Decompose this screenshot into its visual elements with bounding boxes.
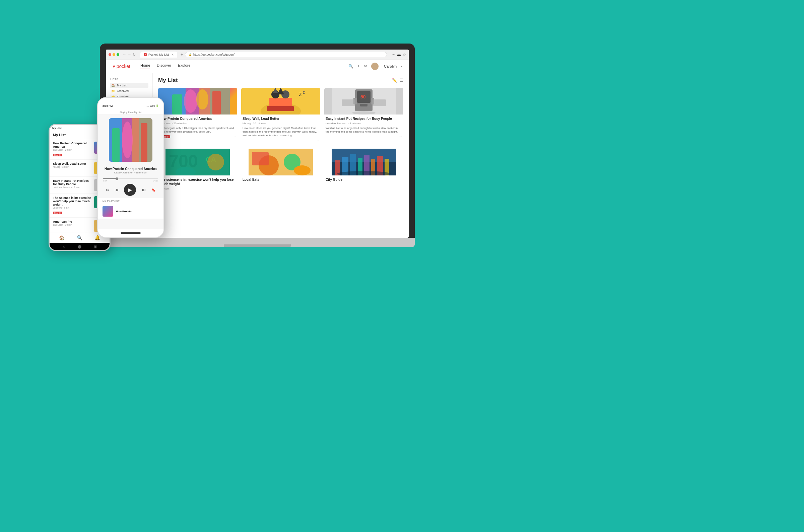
playlist-title: How Protein [116, 210, 132, 213]
android-item-tag-4: Best Of [53, 212, 62, 214]
article-footer-2: ⋯ [243, 139, 319, 142]
browser-new-tab-button[interactable]: + [181, 52, 183, 57]
android-item-meta-1: eater.com · 20 min [53, 149, 91, 151]
svg-point-54 [122, 121, 133, 158]
sidebar-item-mylist[interactable]: 🏠 My List [110, 83, 148, 88]
nav-explore-link[interactable]: Explore [178, 63, 190, 69]
sidebar-mylist-label: My List [117, 84, 127, 87]
article-more-2[interactable]: ⋯ [316, 139, 319, 142]
browser-tab-close[interactable]: ✕ [171, 53, 174, 56]
iphone: 2:30 PM ▪▪▪ WiFi 🔋 Playing From My List … [97, 97, 164, 238]
article-card-1[interactable]: How Protein Conquered America eater.com … [158, 88, 237, 145]
browser-back-button[interactable]: ← [123, 53, 126, 57]
forward-button[interactable]: ⏭ [142, 188, 146, 192]
svg-point-5 [184, 89, 197, 113]
play-button[interactable]: ▶ [124, 184, 136, 196]
iphone-status-bar: 2:30 PM ▪▪▪ WiFi 🔋 [98, 102, 164, 109]
sidebar-item-archived[interactable]: 📁 Archived [110, 89, 148, 94]
android-item-info-3: Easy Instant Pot Recipes for Busy People… [53, 179, 91, 191]
android-item-title-3: Easy Instant Pot Recipes for Busy People [53, 179, 91, 186]
pocket-nav-right: 🔍 + ✉ Carolyn ▾ [349, 63, 402, 70]
android-home-nav[interactable]: 🏠 [59, 235, 65, 241]
android-item-info-2: Sleep Well, Lead Better hbr.org · 10 min [53, 162, 91, 174]
android-bell-nav[interactable]: 🔔 [94, 235, 100, 241]
pocket-nav-links: Home Discover Explore [141, 63, 190, 69]
svg-rect-32 [166, 149, 230, 175]
progress-bar-track[interactable] [103, 178, 158, 179]
article-thumb-4: 700 CA [158, 149, 237, 175]
article-meta-2: hbr.org · 10 minutes [243, 122, 319, 125]
article-more-1[interactable]: ⋯ [232, 135, 236, 139]
edit-icon[interactable]: ✏️ [392, 78, 397, 83]
svg-rect-21 [360, 104, 368, 107]
svg-rect-53 [141, 123, 147, 162]
article-card-4[interactable]: 700 CA The science is in: exercise won't… [158, 149, 237, 193]
browser-forward-button[interactable]: → [128, 53, 131, 57]
user-name[interactable]: Carolyn [384, 64, 397, 68]
android-home-bar: ◁ ⬤ ▣ [50, 243, 110, 250]
browser-menu-icon[interactable]: ⋯ [392, 53, 395, 57]
android-recents-btn[interactable]: ▣ [94, 245, 97, 248]
browser-maximize-btn[interactable] [117, 53, 119, 56]
tab-favicon: p [144, 53, 147, 56]
browser-pocket-icon[interactable]: 🕳️ [397, 53, 401, 57]
iphone-playlist-item[interactable]: How Protein [98, 204, 164, 218]
article-excerpt-3: We'd all like to be organized enough to … [325, 126, 402, 134]
browser-dots [109, 53, 119, 56]
svg-rect-25 [342, 99, 355, 106]
article-thumb-6 [324, 149, 403, 175]
article-title-5: Local Eats [243, 177, 319, 182]
svg-rect-3 [172, 94, 182, 114]
svg-point-24 [352, 111, 376, 114]
browser-star-icon[interactable]: ☆ [403, 53, 406, 57]
browser-address-bar[interactable]: 🔒 https://getpocket.com/a/queue/ [185, 52, 387, 57]
list-view-icon[interactable]: ☰ [400, 78, 403, 83]
android-search-nav[interactable]: 🔍 [77, 235, 82, 241]
user-chevron-icon[interactable]: ▾ [401, 65, 402, 68]
speed-button[interactable]: 1x [106, 189, 109, 191]
article-card-5[interactable]: Local Eats [241, 149, 320, 193]
playlist-info: How Protein [116, 210, 132, 213]
article-card-2[interactable]: z z Sleep Well, Lead Better [241, 88, 320, 145]
iphone-content: Playing From My List How Protein Conquer… [98, 109, 164, 229]
content-actions: ✏️ ☰ [392, 78, 403, 83]
android-item-info-4: The science is in: exercise won't help y… [53, 196, 91, 215]
rewind-button[interactable]: ⏮ [115, 188, 118, 192]
iphone-playlist-header: MY PLAYLIST [98, 198, 164, 204]
article-more-3[interactable]: ⋯ [399, 135, 402, 139]
article-thumb-5 [241, 149, 320, 175]
android-home-btn[interactable]: ⬤ [78, 245, 81, 248]
pocket-nav: ♥ pocket Home Discover Explore 🔍 + ✉ Car… [106, 60, 409, 73]
svg-rect-4 [212, 91, 221, 114]
laptop-base [100, 238, 415, 247]
browser-close-btn[interactable] [109, 53, 111, 56]
article-excerpt-2: How much sleep do you get each night? Mo… [243, 126, 319, 138]
article-meta-4: vox.com [160, 187, 236, 190]
browser-tab[interactable]: p Pocket: My List ✕ [141, 52, 177, 58]
add-icon[interactable]: + [357, 64, 360, 69]
android-item-title-1: How Protein Conquered America [53, 141, 91, 148]
android-back-btn[interactable]: ◁ [63, 245, 65, 248]
iphone-playing-header: Playing From My List [98, 109, 164, 115]
article-footer-1: Best of ⋯ [160, 135, 236, 139]
nav-home-link[interactable]: Home [141, 63, 150, 69]
browser-nav-buttons: ← → ↻ [123, 53, 136, 57]
article-title-2: Sleep Well, Lead Better [243, 116, 319, 121]
article-card-3[interactable]: 50 Easy Instant Pot Rec [324, 88, 403, 145]
article-thumb-3: 50 [324, 88, 403, 114]
iphone-status-icons: ▪▪▪ WiFi 🔋 [147, 104, 159, 107]
search-icon[interactable]: 🔍 [349, 64, 353, 69]
browser-refresh-button[interactable]: ↻ [133, 53, 136, 57]
progress-times: 1:04 24:09 [103, 180, 158, 182]
progress-total: 24:09 [153, 180, 158, 182]
browser-minimize-btn[interactable] [113, 53, 115, 56]
pocket-logo[interactable]: ♥ pocket [113, 63, 130, 69]
nav-discover-link[interactable]: Discover [157, 63, 171, 69]
progress-current: 1:04 [103, 180, 107, 182]
article-card-6[interactable]: City Guide [324, 149, 403, 193]
user-avatar[interactable] [371, 63, 378, 70]
messages-icon[interactable]: ✉ [364, 64, 367, 69]
home-indicator-bar[interactable] [120, 232, 141, 234]
bookmark-button[interactable]: 🔖 [151, 188, 155, 192]
article-title-4: The science is in: exercise won't help y… [160, 177, 236, 186]
